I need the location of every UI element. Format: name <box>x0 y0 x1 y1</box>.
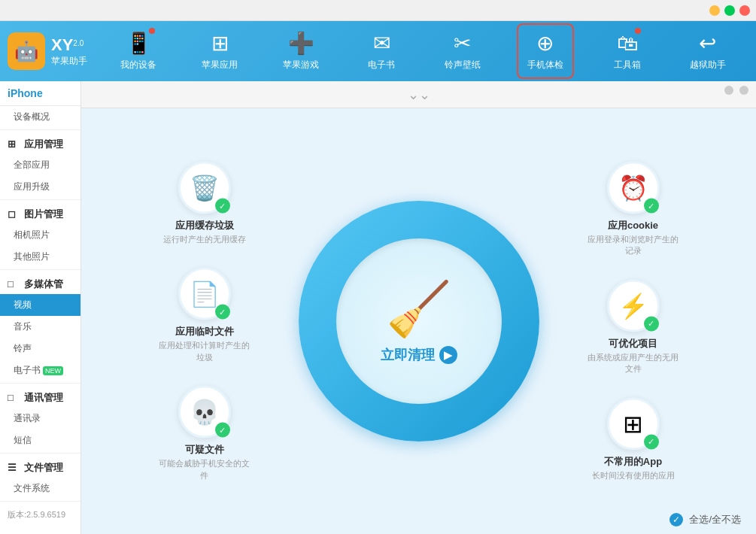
lightning-icon: ⚡ <box>618 291 648 320</box>
sidebar-item-camera-roll[interactable]: 相机照片 <box>0 224 80 246</box>
check-icon: ✓ <box>215 199 230 214</box>
logo-icon: 🤖 <box>8 32 45 70</box>
sidebar-item-other-photos[interactable]: 其他照片 <box>0 246 80 268</box>
app-version: 2.0 <box>73 38 83 47</box>
sidebar-section-file-management: ☰ 文件管理 <box>0 455 80 478</box>
jailbreak-label: 越狱助手 <box>690 59 726 71</box>
check-icon-6: ✓ <box>644 434 659 449</box>
feature-suspicious: 💀 ✓ 可疑文件 可能会威胁手机安全的文件 <box>156 386 254 481</box>
app-name: XY <box>51 35 73 54</box>
feature-optimize: ⚡ ✓ 可优化项目 由系统或应用产生的无用文件 <box>584 279 682 375</box>
feature-app-cookie: ⏰ ✓ 应用cookie 应用登录和浏览时产生的记录 <box>584 162 682 257</box>
clean-button[interactable]: 立即清理 ▶ <box>381 346 457 364</box>
nav-item-phone-check[interactable]: ⊕ 手机体检 <box>517 23 574 79</box>
version-text: 版本:2.5.9.6519 <box>0 503 80 526</box>
nav-item-apple-apps[interactable]: ⊞ 苹果应用 <box>193 25 247 77</box>
apple-games-icon: ➕ <box>288 31 314 56</box>
nav-item-my-device[interactable]: 📱 我的设备 <box>111 25 165 77</box>
toolbox-icon: 🛍 <box>617 31 638 56</box>
feature-app-temp: 📄 ✓ 应用临时文件 应用处理和计算时产生的垃圾 <box>156 268 254 363</box>
sidebar-item-music[interactable]: 音乐 <box>0 316 80 338</box>
suspicious-circle: 💀 ✓ <box>178 386 231 438</box>
header: 🤖 XY2.0 苹果助手 📱 我的设备 ⊞ 苹果应用 ➕ 苹果游戏 ✉ <box>0 21 756 81</box>
clock-icon: ⏰ <box>618 174 648 202</box>
feature-app-cache: 🗑️ ✓ 应用缓存垃圾 运行时产生的无用缓存 <box>156 162 254 245</box>
main-circle: 🧹 立即清理 ▶ <box>299 201 539 441</box>
my-device-label: 我的设备 <box>120 59 156 71</box>
app-cookie-title: 应用cookie <box>608 219 658 232</box>
apple-apps-label: 苹果应用 <box>202 59 238 71</box>
close-button[interactable]: ✕ <box>739 5 750 16</box>
left-features: 🗑️ ✓ 应用缓存垃圾 运行时产生的无用缓存 📄 ✓ 应用临时文件 应用处理和计… <box>156 162 254 481</box>
phone-check-icon: ⊕ <box>536 31 554 56</box>
suspicious-title: 可疑文件 <box>185 443 224 457</box>
app-temp-circle: 📄 ✓ <box>178 268 231 320</box>
photo-management-section-label: 图片管理 <box>24 208 63 221</box>
ebook-label: 电子书 <box>368 59 395 71</box>
sidebar-item-sms[interactable]: 短信 <box>0 429 80 451</box>
clean-arrow-icon: ▶ <box>439 346 457 364</box>
toolbox-label: 工具箱 <box>614 59 641 71</box>
sidebar-section-contacts-management: □ 通讯管理 <box>0 385 80 408</box>
unused-app-desc: 长时间没有使用的应用 <box>592 469 675 481</box>
apple-apps-icon: ⊞ <box>211 31 229 56</box>
sidebar-item-contacts[interactable]: 通讯录 <box>0 408 80 429</box>
nav-item-apple-games[interactable]: ➕ 苹果游戏 <box>274 25 328 77</box>
nav-item-jailbreak[interactable]: ↩ 越狱助手 <box>681 25 735 77</box>
iphone-label: iPhone <box>0 81 80 106</box>
bottom-bar: ✓ 全选/全不选 <box>669 513 741 526</box>
app-temp-desc: 应用处理和计算时产生的垃圾 <box>156 340 254 363</box>
contacts-management-section-label: 通讯管理 <box>24 391 63 405</box>
nav-item-ebook[interactable]: ✉ 电子书 <box>355 25 408 77</box>
inner-circle: 🧹 立即清理 ▶ <box>336 238 502 404</box>
apps-icon: ⊞ <box>623 409 643 438</box>
logo-text: XY2.0 苹果助手 <box>51 35 87 68</box>
app-management-section-label: 应用管理 <box>24 138 63 151</box>
check-icon-2: ✓ <box>215 305 230 320</box>
trash-icon: 🗑️ <box>190 174 220 202</box>
nav-item-ringtone[interactable]: ✂ 铃声壁纸 <box>436 25 490 77</box>
sidebar-item-app-upgrade[interactable]: 应用升级 <box>0 176 80 198</box>
clean-label: 立即清理 <box>381 346 435 364</box>
check-icon-5: ✓ <box>644 316 659 331</box>
right-features: ⏰ ✓ 应用cookie 应用登录和浏览时产生的记录 ⚡ ✓ 可优化项目 由系统… <box>584 162 682 481</box>
content-area: ⌄⌄ 🗑️ ✓ 应用缓存垃圾 运行时产生的无用缓存 <box>81 81 756 534</box>
nav-item-toolbox[interactable]: 🛍 工具箱 <box>601 25 654 77</box>
ringtone-icon: ✂ <box>454 31 471 56</box>
contacts-management-section-icon: □ <box>8 392 20 404</box>
suspicious-desc: 可能会威胁手机安全的文件 <box>156 458 254 481</box>
document-icon: 📄 <box>190 280 220 308</box>
app-management-section-icon: ⊞ <box>8 138 20 150</box>
apple-games-label: 苹果游戏 <box>283 59 319 71</box>
app-cache-desc: 运行时产生的无用缓存 <box>163 234 246 245</box>
optimize-circle: ⚡ ✓ <box>607 279 660 332</box>
media-management-section-icon: □ <box>8 278 20 290</box>
phone-check-label: 手机体检 <box>527 59 563 71</box>
check-icon-3: ✓ <box>215 423 230 438</box>
jailbreak-icon: ↩ <box>699 31 716 56</box>
sidebar-item-video[interactable]: 视频 <box>0 294 80 316</box>
minimize-button[interactable]: ─ <box>709 5 720 16</box>
app-cookie-circle: ⏰ ✓ <box>607 162 660 214</box>
select-all-label[interactable]: 全选/全不选 <box>689 513 741 526</box>
file-management-section-label: 文件管理 <box>24 461 63 475</box>
sidebar-item-all-apps[interactable]: 全部应用 <box>0 154 80 176</box>
sidebar-section-photo-management: ◻ 图片管理 <box>0 202 80 224</box>
select-all-icon: ✓ <box>669 513 683 526</box>
sidebar-item-device-overview[interactable]: 设备概况 <box>0 106 80 128</box>
sidebar-section-media-management: □ 多媒体管 <box>0 272 80 294</box>
sidebar-item-ringtone[interactable]: 铃声 <box>0 338 80 360</box>
my-device-icon: 📱 <box>126 31 152 56</box>
title-bar: ─ □ ✕ <box>0 0 756 21</box>
app-cookie-desc: 应用登录和浏览时产生的记录 <box>584 234 682 257</box>
maximize-button[interactable]: □ <box>724 5 735 16</box>
photo-management-section-icon: ◻ <box>8 208 20 220</box>
sidebar-item-filesystem[interactable]: 文件系统 <box>0 478 80 499</box>
optimize-title: 可优化项目 <box>609 336 657 350</box>
nav-items: 📱 我的设备 ⊞ 苹果应用 ➕ 苹果游戏 ✉ 电子书 ✂ 铃声壁纸 ⊕ <box>98 23 748 79</box>
brush-icon: 🧹 <box>386 278 451 340</box>
ebook-icon: ✉ <box>373 31 390 56</box>
logo-area: 🤖 XY2.0 苹果助手 <box>8 32 98 70</box>
sidebar-item-ebook[interactable]: 电子书NEW <box>0 360 80 381</box>
check-icon-4: ✓ <box>644 199 659 214</box>
